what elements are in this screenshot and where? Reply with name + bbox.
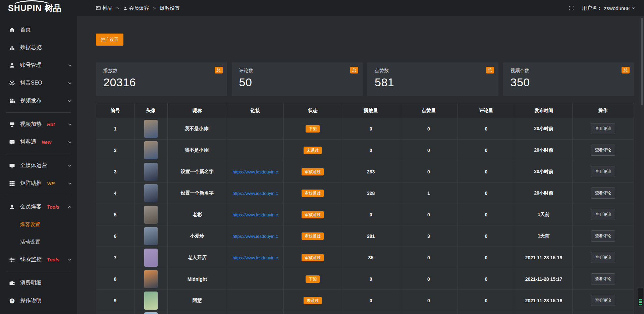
chevron-down-icon <box>68 164 72 168</box>
cell-link <box>227 118 284 140</box>
cell-nickname: 设置一个新名字 <box>168 161 227 182</box>
avatar <box>144 184 158 202</box>
user-menu[interactable]: 用户名： zswodun88 <box>582 5 635 11</box>
user-icon <box>9 62 15 68</box>
cell-nickname: 小爱玲 <box>168 225 227 247</box>
stat-label: 评论数 <box>239 68 356 74</box>
cell-status: 未通过 <box>284 290 342 311</box>
cell-index: 4 <box>96 182 135 204</box>
chevron-down-icon <box>68 81 72 85</box>
breadcrumb-member[interactable]: 会员爆客 <box>123 5 149 11</box>
sidebar-divider <box>6 195 71 195</box>
col-header-id: 编号 <box>96 103 135 118</box>
video-link[interactable]: https://www.iesdouyin.c <box>232 234 278 239</box>
video-link[interactable]: https://www.iesdouyin.c <box>232 169 278 174</box>
cell-index: 3 <box>96 161 135 182</box>
sidebar-item-data-overview[interactable]: 数据总览 <box>0 39 77 56</box>
promo-settings-button[interactable]: 推广设置 <box>96 34 123 46</box>
cell-avatar <box>134 204 167 225</box>
sidebar-item-label: 消费明细 <box>20 279 42 286</box>
cell-status: 审核通过 <box>284 247 342 268</box>
sidebar-item-home[interactable]: 首页 <box>0 21 77 39</box>
sidebar-subitem-label: 活动设置 <box>20 239 40 245</box>
cell-link: https://www.iesdouyin.c <box>227 247 284 268</box>
sidebar-subitem-baoke-settings[interactable]: 爆客设置 <box>0 216 77 233</box>
sidebar-item-accounts[interactable]: 账号管理 <box>0 56 77 74</box>
logo-arc <box>12 0 52 12</box>
cell-plays: 35 <box>342 247 400 268</box>
cell-likes: 0 <box>400 290 458 311</box>
cell-nickname: 阿慧 <box>168 290 227 311</box>
scrollbar <box>640 16 644 314</box>
total-badge: 总 <box>215 67 223 73</box>
cell-comments: 0 <box>458 182 515 204</box>
cell-status: 审核通过 <box>284 225 342 247</box>
sidebar-item-douketong[interactable]: 抖客通 New <box>0 133 77 151</box>
status-badge: 下架 <box>306 275 320 283</box>
sidebar-item-matrix-boost[interactable]: 矩阵助推 VIP <box>0 174 77 192</box>
sidebar-item-spending-details[interactable]: 消费明细 <box>0 274 77 292</box>
cell-comments: 0 <box>458 118 515 140</box>
sidebar-item-media-ops[interactable]: 全媒体运营 <box>0 157 77 174</box>
home-icon <box>9 27 15 33</box>
view-comments-button[interactable]: 查看评论 <box>591 209 615 220</box>
chevron-down-icon <box>68 140 72 144</box>
sidebar-item-label: 抖音SEO <box>20 80 42 87</box>
cell-time: 2021-11-28 15:17 <box>515 268 573 290</box>
col-header-plays: 播放量 <box>342 103 400 118</box>
sidebar-item-video-publish[interactable]: 视频发布 <box>0 92 77 110</box>
sidebar-item-video-heat[interactable]: 视频加热 Hot <box>0 115 77 133</box>
cell-avatar <box>134 161 167 182</box>
sidebar-item-douyin-seo[interactable]: 抖音SEO <box>0 74 77 92</box>
sidebar-item-lead-monitor[interactable]: 线索监控 Tools <box>0 251 77 268</box>
view-comments-button[interactable]: 查看评论 <box>591 188 615 199</box>
col-header-actions: 操作 <box>573 103 634 118</box>
view-comments-button[interactable]: 查看评论 <box>591 273 615 284</box>
stat-cards: 播放数 20316 总 评论数 50 总 点赞数 581 总 视频个数 350 … <box>96 62 634 96</box>
cell-actions: 查看评论 <box>573 247 634 268</box>
col-header-likes: 点赞量 <box>400 103 458 118</box>
cell-plays: 0 <box>342 140 400 161</box>
breadcrumb-home[interactable]: 树品 <box>96 5 112 11</box>
sidebar-item-label: 矩阵助推 <box>20 180 42 187</box>
stat-card-comments: 评论数 50 总 <box>232 62 363 96</box>
video-link[interactable]: https://www.iesdouyin.c <box>232 191 278 196</box>
tools-badge: Tools <box>47 204 59 210</box>
view-comments-button[interactable]: 查看评论 <box>591 252 615 263</box>
scroll-indicator <box>638 287 643 307</box>
cell-time: 1天前 <box>515 204 573 225</box>
breadcrumb-label: 树品 <box>102 5 112 11</box>
monitor-icon <box>9 163 15 169</box>
sidebar-item-instructions[interactable]: ? 操作说明 <box>0 292 77 310</box>
cell-plays: 281 <box>342 225 400 247</box>
sidebar-subitem-label: 爆客设置 <box>20 221 40 228</box>
video-link[interactable]: https://www.iesdouyin.c <box>232 255 278 260</box>
fullscreen-icon[interactable] <box>569 5 574 11</box>
sidebar-item-member-baoke[interactable]: 会员爆客 Tools <box>0 198 77 216</box>
cell-likes: 0 <box>400 268 458 290</box>
view-comments-button[interactable]: 查看评论 <box>591 166 615 177</box>
view-comments-button[interactable]: 查看评论 <box>591 145 615 156</box>
user-icon <box>123 6 127 10</box>
username-label: 用户名： <box>582 5 602 11</box>
sidebar-subitem-activity-settings[interactable]: 活动设置 <box>0 233 77 251</box>
cell-link <box>227 268 284 290</box>
cell-index: 6 <box>96 225 135 247</box>
stat-card-plays: 播放数 20316 总 <box>96 62 227 96</box>
avatar <box>144 249 158 267</box>
video-link[interactable]: https://www.iesdouyin.c <box>232 212 278 217</box>
scrollbar-thumb[interactable] <box>641 18 643 105</box>
cell-comments: 0 <box>458 247 515 268</box>
cell-nickname: 我不是小帅! <box>168 118 227 140</box>
stat-label: 点赞数 <box>375 68 491 74</box>
cell-avatar <box>134 140 167 161</box>
table-row: 8 Midnight 下架 0 0 0 2021-11-28 15:17 查看评… <box>96 268 634 290</box>
cell-avatar <box>134 268 167 290</box>
col-header-status: 状态 <box>284 103 342 118</box>
view-comments-button[interactable]: 查看评论 <box>591 230 615 242</box>
sidebar-divider <box>6 271 71 271</box>
view-comments-button[interactable]: 查看评论 <box>591 295 615 306</box>
view-comments-button[interactable]: 查看评论 <box>591 123 615 134</box>
chevron-up-icon <box>68 205 72 209</box>
status-badge: 下架 <box>306 125 320 133</box>
